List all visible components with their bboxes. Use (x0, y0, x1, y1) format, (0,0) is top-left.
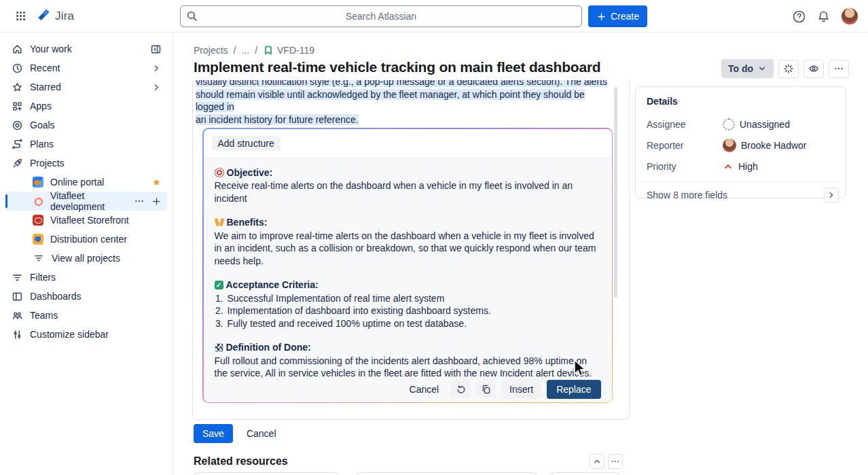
collapse-sidebar-icon[interactable] (150, 43, 162, 55)
section-more-button[interactable] (608, 454, 623, 469)
priority-name: High (738, 161, 758, 172)
issue-title: Implement real-time vehicle tracking on … (194, 59, 601, 75)
related-resources-title: Related resources (194, 455, 288, 468)
chevron-right-icon (151, 82, 162, 92)
priority-label: Priority (647, 161, 723, 172)
sidebar-item-starred[interactable]: Starred (5, 77, 167, 96)
sidebar-item-projects[interactable]: Projects (5, 154, 167, 173)
list-item: Fully tested and received 100% uptime on… (226, 317, 601, 330)
acceptance-criteria-list: Successful Implementation of real time a… (215, 292, 601, 330)
chevron-down-icon (757, 64, 767, 73)
sidebar-project-vitafleet-development[interactable]: Vitafleet development (5, 192, 167, 211)
chevron-up-icon (592, 457, 602, 466)
sidebar-item-goals[interactable]: Goals (5, 116, 167, 135)
user-avatar[interactable] (841, 7, 858, 25)
project-more-actions-icon[interactable] (134, 196, 145, 207)
notifications-bell-icon[interactable] (816, 10, 831, 24)
save-button[interactable]: Save (194, 424, 233, 443)
teams-icon (11, 310, 23, 321)
raised-hands-emoji (215, 217, 224, 227)
jira-logo[interactable]: Jira (37, 9, 74, 23)
assignee-value[interactable]: Unassigned (723, 118, 790, 130)
sidebar-view-all-projects[interactable]: View all projects (5, 249, 167, 268)
ai-section-body: Receive real-time alerts on the dashboar… (215, 179, 601, 205)
assignee-label: Assignee (647, 119, 723, 130)
ai-section-heading: Acceptance Criteria: (226, 279, 319, 292)
priority-value[interactable]: High (723, 161, 758, 172)
expand-fields-button[interactable] (824, 188, 839, 203)
create-button[interactable]: Create (588, 5, 647, 27)
watch-eye-button[interactable] (803, 60, 824, 78)
story-bookmark-icon (263, 45, 274, 56)
ai-insert-button[interactable]: Insert (501, 380, 541, 399)
reporter-value[interactable]: Brooke Hadwor (723, 139, 807, 152)
sidebar-item-plans[interactable]: Plans (5, 135, 167, 154)
sliders-icon (11, 329, 23, 340)
chevron-right-icon (827, 190, 836, 200)
cancel-button[interactable]: Cancel (240, 424, 283, 443)
jira-logo-icon (37, 9, 51, 23)
description-text: visually distinct notification style (e.… (196, 80, 607, 126)
sidebar-project-distribution-center[interactable]: Distribution center (5, 230, 167, 249)
ai-replace-button[interactable]: Replace (547, 380, 600, 399)
collapse-section-button[interactable] (590, 454, 604, 469)
status-dropdown-button[interactable]: To do (721, 59, 774, 78)
related-resource-card[interactable] (194, 472, 339, 475)
editor-scrollbar[interactable] (614, 87, 617, 298)
more-actions-button[interactable] (829, 60, 849, 78)
sidebar-item-your-work[interactable]: Your work (5, 39, 167, 58)
checkered-flag-emoji (215, 343, 223, 352)
ai-sparkle-button[interactable] (778, 60, 799, 78)
favorite-star-icon[interactable] (151, 177, 162, 188)
breadcrumb-separator: / (255, 45, 257, 56)
sidebar-item-teams[interactable]: Teams (5, 306, 167, 325)
sidebar-item-label: Your work (30, 43, 72, 54)
sidebar-item-label: Projects (30, 158, 65, 169)
top-navigation-bar: Jira Create (0, 0, 868, 33)
sidebar-item-customize-sidebar[interactable]: Customize sidebar (5, 325, 167, 344)
sidebar-item-label: Dashboards (30, 291, 82, 302)
undo-icon (456, 384, 467, 395)
plans-icon (11, 139, 23, 150)
show-more-fields-row[interactable]: Show 8 more fields (636, 181, 846, 208)
filter-icon (11, 272, 23, 283)
plus-icon (596, 12, 607, 22)
sidebar-item-label: Apps (30, 101, 52, 111)
list-item: Successful Implementation of real time a… (226, 292, 601, 305)
sidebar-item-filters[interactable]: Filters (5, 268, 167, 287)
sidebar-item-apps[interactable]: Apps (5, 96, 167, 116)
reporter-field: Reporter Brooke Hadwor (636, 135, 846, 156)
ai-section-body: Full rollout and commissioning of the in… (215, 355, 601, 380)
sidebar-item-label: Goals (30, 120, 55, 130)
apps-icon (11, 101, 23, 112)
project-add-icon[interactable] (151, 196, 162, 207)
sidebar-item-recent[interactable]: Recent (5, 58, 167, 77)
sidebar-item-dashboards[interactable]: Dashboards (5, 287, 167, 306)
app-switcher-icon[interactable] (10, 5, 31, 27)
breadcrumb-projects-link[interactable]: Projects (194, 45, 228, 56)
breadcrumb-ellipsis[interactable]: ... (241, 45, 249, 56)
search-input[interactable] (180, 5, 582, 27)
ai-cancel-button[interactable]: Cancel (403, 381, 446, 398)
show-more-fields-label: Show 8 more fields (647, 190, 727, 200)
help-icon[interactable] (792, 10, 806, 24)
sidebar-project-vitafleet-storefront[interactable]: Vitafleet Storefront (5, 211, 167, 230)
priority-field: Priority High (636, 156, 846, 177)
selected-text-line: an incident history for future reference… (196, 114, 359, 125)
ai-regenerate-button[interactable] (451, 380, 471, 398)
assignee-name: Unassigned (740, 119, 790, 130)
ai-section-benefits: Benefits: We aim to improve real-time al… (215, 216, 601, 267)
related-resource-card[interactable] (355, 472, 537, 475)
copy-icon (481, 384, 492, 395)
description-editor[interactable]: visually distinct notification style (e.… (192, 80, 630, 420)
sidebar-item-label: Plans (30, 139, 54, 149)
sidebar-item-label: Recent (30, 63, 60, 73)
star-icon (11, 82, 23, 93)
reporter-name: Brooke Hadwor (741, 140, 807, 151)
ai-section-heading: Objective: (227, 166, 273, 179)
related-resource-card[interactable] (550, 472, 621, 475)
ai-copy-button[interactable] (476, 380, 496, 398)
sidebar-project-online-portal[interactable]: Online portal (5, 173, 167, 192)
breadcrumb-issue-key[interactable]: VFD-119 (277, 45, 314, 56)
search-icon (186, 10, 198, 22)
